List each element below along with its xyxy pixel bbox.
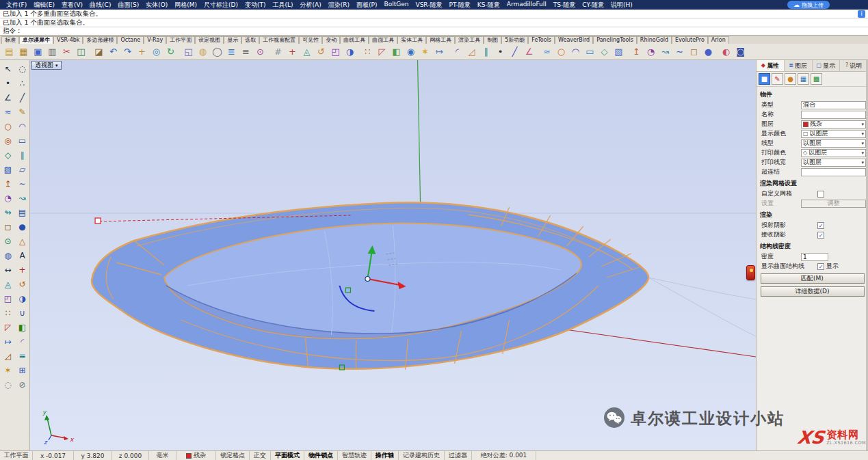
- cylinder-icon[interactable]: ⊙: [1, 234, 15, 248]
- adjust-button[interactable]: 调整: [801, 200, 866, 208]
- explode-icon[interactable]: ✶: [418, 45, 432, 59]
- rectangle-icon[interactable]: ▭: [15, 133, 29, 148]
- point-icon[interactable]: •: [493, 45, 508, 59]
- status-layer[interactable]: 残杂: [176, 451, 216, 460]
- split-icon[interactable]: ◧: [389, 45, 404, 59]
- property-value[interactable]: ◇以图层▾: [801, 149, 866, 157]
- points-icon[interactable]: ∴: [15, 76, 29, 90]
- menu-item[interactable]: 分析(A): [297, 1, 325, 10]
- split-icon[interactable]: ◧: [15, 320, 29, 334]
- ribbon-tab[interactable]: 多边形建模: [83, 36, 117, 44]
- lock-icon[interactable]: ⊘: [15, 377, 29, 392]
- ribbon-tab[interactable]: 网格工具: [426, 36, 455, 44]
- property-value[interactable]: 残杂▾: [801, 120, 866, 128]
- menu-item[interactable]: 变动(T): [241, 1, 269, 10]
- ribbon-tab[interactable]: RhinoGold: [637, 36, 672, 44]
- viewport-title-tab[interactable]: 透视图 ▾: [31, 61, 62, 70]
- ribbon-tab[interactable]: 工作平面: [166, 36, 195, 44]
- ribbon-tab[interactable]: 可见性: [299, 36, 322, 44]
- extrude-icon[interactable]: ↥: [1, 176, 15, 191]
- circle-icon[interactable]: ○: [554, 45, 568, 59]
- extend-icon[interactable]: ↦: [1, 334, 15, 349]
- ribbon-tab[interactable]: 渲染工具: [455, 36, 484, 44]
- ribbon-tab[interactable]: 显示: [224, 36, 241, 44]
- status-cplane[interactable]: 工作平面: [0, 451, 33, 460]
- box-icon[interactable]: ◻: [1, 219, 15, 234]
- mirror-icon[interactable]: ◑: [15, 291, 29, 306]
- move-icon[interactable]: +: [285, 45, 300, 59]
- group-icon[interactable]: ⊞: [15, 363, 29, 377]
- line-icon[interactable]: ╱: [508, 45, 522, 59]
- status-toggle-history[interactable]: 记录建构历史: [399, 451, 445, 460]
- menu-item[interactable]: 曲线(C): [86, 1, 114, 10]
- ribbon-tab[interactable]: 卓尔谟犀牛: [19, 36, 53, 44]
- ribbon-tab[interactable]: Arion: [708, 36, 729, 44]
- menu-item[interactable]: 说明(H): [607, 1, 636, 10]
- explode-icon[interactable]: ✶: [1, 363, 15, 377]
- scale-icon[interactable]: ◰: [1, 291, 15, 306]
- properties-icon[interactable]: ≡: [239, 45, 253, 59]
- object-mode-icon[interactable]: ■: [759, 73, 770, 85]
- menu-item[interactable]: 渲染(R): [325, 1, 353, 10]
- torus-icon[interactable]: ◍: [1, 248, 15, 262]
- ribbon-tab[interactable]: VSR-4bk: [53, 36, 83, 44]
- menu-item[interactable]: 查看(V): [58, 1, 86, 10]
- point-icon[interactable]: •: [1, 76, 15, 90]
- status-toggle-smarttrack[interactable]: 智慧轨迹: [338, 451, 371, 460]
- ribbon-tab[interactable]: PanelingTools: [593, 36, 637, 44]
- texture-mode-icon[interactable]: ▦: [798, 73, 809, 85]
- cone-icon[interactable]: △: [15, 234, 29, 248]
- cut-icon[interactable]: ✂: [60, 45, 74, 59]
- ribbon-tab[interactable]: 工作视窗配置: [259, 36, 299, 44]
- copy-icon[interactable]: ◬: [1, 277, 15, 291]
- corner-surface-icon[interactable]: ▱: [15, 162, 29, 176]
- revolve-icon[interactable]: ◔: [644, 45, 658, 59]
- menu-item[interactable]: 网格(M): [171, 1, 200, 10]
- loft-icon[interactable]: ∼: [15, 176, 29, 191]
- box-icon[interactable]: ◻: [687, 45, 701, 59]
- cast-shadows-checkbox[interactable]: ✓: [817, 222, 824, 229]
- ribbon-tab[interactable]: WeaverBird: [555, 36, 593, 44]
- custom-mesh-checkbox[interactable]: [817, 191, 824, 198]
- menu-item[interactable]: PT-随意: [445, 1, 473, 10]
- pan-icon[interactable]: +: [135, 45, 149, 59]
- panel-tab-layers[interactable]: ≣图层: [785, 60, 813, 71]
- status-toggle-grid-snap[interactable]: 锁定格点: [216, 451, 250, 460]
- loft-icon[interactable]: ∼: [672, 45, 687, 59]
- line-icon[interactable]: ╱: [15, 90, 29, 105]
- property-value[interactable]: 以图层▾: [801, 139, 866, 148]
- join-icon[interactable]: ◉: [404, 45, 418, 59]
- status-toggle-ortho[interactable]: 正交: [250, 451, 271, 460]
- floating-red-widget-icon[interactable]: [746, 265, 755, 280]
- menu-item[interactable]: VSR-随意: [412, 1, 445, 10]
- render-icon[interactable]: ◙: [733, 45, 748, 59]
- osnap-icon[interactable]: ⊙: [253, 45, 267, 59]
- menu-item[interactable]: 编辑(E): [30, 1, 58, 10]
- arc-icon[interactable]: ◠: [15, 119, 29, 133]
- curve-icon[interactable]: ≈: [540, 45, 554, 59]
- property-value[interactable]: [801, 111, 866, 119]
- zoom-extents-icon[interactable]: ◱: [181, 45, 196, 59]
- undo-icon[interactable]: ↶: [106, 45, 120, 59]
- text-icon[interactable]: A: [15, 248, 29, 262]
- surface-icon[interactable]: ▧: [1, 162, 15, 176]
- ribbon-tab[interactable]: EvolutePro: [672, 36, 708, 44]
- menu-item[interactable]: 面板(P): [353, 1, 380, 10]
- material-mode-icon[interactable]: ●: [785, 73, 796, 85]
- wireframe-view-icon[interactable]: ◯: [210, 45, 224, 59]
- command-input[interactable]: 指令：: [0, 27, 868, 36]
- polyline-icon[interactable]: ∠: [1, 90, 15, 105]
- details-button[interactable]: 详细数据(D): [761, 286, 865, 297]
- patch-icon[interactable]: ▤: [15, 205, 29, 219]
- menu-item[interactable]: TS-随意: [550, 1, 579, 10]
- array-icon[interactable]: ∷: [360, 45, 375, 59]
- grid-icon[interactable]: #: [271, 45, 285, 59]
- revolve-icon[interactable]: ◔: [1, 191, 15, 205]
- ribbon-tab[interactable]: V-Ray: [144, 36, 166, 44]
- ellipse-icon[interactable]: ◎: [1, 133, 15, 148]
- offset-curve-icon[interactable]: ∥: [15, 148, 29, 162]
- paint-mode-icon[interactable]: ✎: [772, 73, 783, 85]
- open-file-icon[interactable]: ▦: [16, 45, 31, 59]
- polygon-icon[interactable]: ◇: [597, 45, 611, 59]
- ribbon-tab[interactable]: 变动: [322, 36, 340, 44]
